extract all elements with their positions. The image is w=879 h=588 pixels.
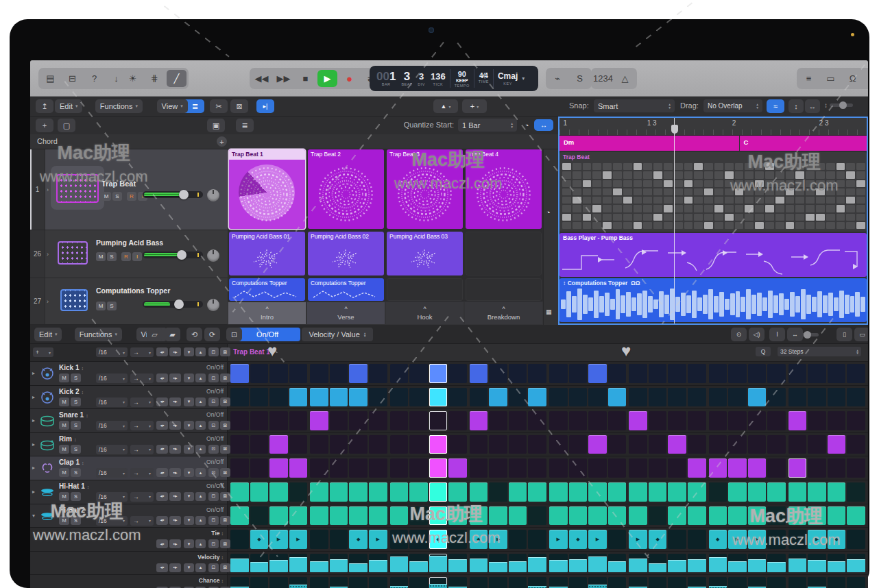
nudge-left-button[interactable]: ◂▪ [156, 516, 168, 525]
step-cell[interactable] [748, 388, 767, 407]
step-cell[interactable] [310, 506, 328, 526]
octave-up-button[interactable]: ▴ [195, 492, 206, 501]
pan-knob[interactable] [207, 189, 219, 201]
step-cell[interactable]: ▶ [808, 530, 826, 549]
chance-bar[interactable] [289, 585, 308, 588]
topper-region[interactable]: ↕ Computations Topper ΩΩ [559, 278, 867, 322]
step-cell[interactable] [549, 554, 568, 573]
step-cell[interactable] [728, 435, 747, 454]
row-s-button[interactable]: S [71, 397, 81, 406]
step-cell[interactable] [390, 530, 409, 549]
step-cell[interactable] [369, 577, 387, 588]
lcd-display[interactable]: 001 BAR 3BEAT 3DIV 136TICK 90 KEEP TEMPO [370, 66, 538, 91]
row-header[interactable]: ▸Hi-Hat 1↕On/OffMS/16▾→▾◂▪▪▸▾▴⊡⊠ [30, 480, 228, 504]
track-disclosure-icon[interactable]: › [47, 251, 49, 258]
step-cell[interactable] [767, 458, 786, 478]
step-cell[interactable] [409, 482, 428, 502]
octave-up-button[interactable]: ▴ [195, 347, 206, 356]
step-cell[interactable] [409, 411, 428, 430]
step-cell[interactable] [808, 388, 826, 407]
step-cell[interactable] [828, 506, 846, 526]
step-cell[interactable] [269, 458, 288, 478]
step-cell[interactable] [668, 554, 686, 573]
forward-button[interactable]: ▶▶ [274, 70, 293, 87]
step-cell[interactable] [289, 506, 308, 526]
panel-toggle-icon[interactable]: ▣ [207, 119, 225, 132]
row-m-button[interactable]: M [59, 373, 69, 382]
step-cell[interactable] [409, 458, 428, 478]
row-header[interactable]: ▸Kick 2↕On/OffMS/16▾→▾◂▪▪▸▾▴⊡⊠ [30, 386, 228, 409]
row-header[interactable]: ▾Hi-Hat 2↕On/OffMS/16▾→▾◂▪▪▸▾▴⊡⊠ [30, 504, 228, 528]
step-cell[interactable] [569, 388, 588, 407]
step-cell[interactable] [748, 435, 767, 454]
nudge-left-button[interactable]: ◂▪ [156, 563, 168, 572]
step-cell[interactable] [250, 554, 269, 573]
clear-button[interactable]: ⊠ [220, 516, 230, 525]
step-cell[interactable] [310, 388, 328, 407]
smart-controls-icon[interactable]: ☀ [123, 70, 143, 87]
step-cell[interactable] [728, 506, 747, 526]
step-cell[interactable] [230, 482, 249, 502]
loop-cell-trap-beat-1[interactable]: Trap Beat 1 [229, 149, 305, 229]
header-config-icon[interactable]: ≣ [236, 119, 254, 132]
step-cell[interactable] [390, 435, 409, 454]
row-disclosure-icon[interactable]: ▸ [32, 417, 35, 424]
step-cell[interactable] [608, 577, 627, 588]
clear-button[interactable]: ⊠ [220, 468, 230, 477]
large-view-icon[interactable]: ▭ [854, 328, 868, 341]
step-cell[interactable] [330, 388, 348, 407]
step-cell[interactable] [847, 506, 865, 526]
mixer-faders-icon[interactable]: ⋕ [145, 70, 165, 87]
velocity-bar[interactable] [448, 559, 467, 572]
clear-button[interactable]: ⊠ [220, 397, 230, 406]
octave-down-button[interactable]: ▾ [184, 492, 194, 501]
nudge-left-button[interactable]: ◂▪ [156, 468, 168, 477]
copy-pattern-icon[interactable]: ▱ [147, 328, 162, 341]
step-cell[interactable] [569, 482, 588, 502]
tab-on-off[interactable]: On/Off [234, 328, 300, 341]
step-cell[interactable] [788, 458, 807, 478]
step-cell[interactable] [649, 435, 667, 454]
row-header[interactable]: Tie↕◂▪▪▸▾▴⊡⊠ [30, 528, 228, 551]
scene-trigger-breakdown[interactable]: ^Breakdown [465, 302, 542, 324]
step-cell[interactable] [847, 577, 865, 588]
step-cell[interactable] [688, 506, 706, 526]
step-cell[interactable] [608, 364, 627, 383]
track-disclosure-icon[interactable]: › [47, 298, 49, 305]
step-cell[interactable] [728, 388, 747, 407]
step-cell[interactable] [569, 411, 588, 430]
loop-cell-pumping-acid-bass-02[interactable]: Pumping Acid Bass 02 [308, 232, 384, 275]
step-cell[interactable] [569, 577, 588, 588]
step-cell[interactable] [310, 554, 328, 573]
velocity-bar[interactable] [788, 559, 807, 573]
step-cell[interactable] [470, 506, 488, 526]
step-cell[interactable] [649, 482, 667, 502]
octave-down-button[interactable]: ▾ [184, 373, 194, 382]
step-cell[interactable] [808, 411, 826, 430]
step-cell[interactable] [509, 530, 527, 549]
step-cell[interactable] [448, 554, 467, 573]
drag-dropdown[interactable]: No Overlap▴▾ [703, 99, 762, 112]
clear-button[interactable]: ⊠ [220, 492, 230, 501]
chord-region-c[interactable]: C [740, 136, 867, 151]
octave-up-button[interactable]: ▴ [195, 516, 206, 525]
nudge-left-button[interactable]: ◂▪ [156, 492, 168, 501]
row-name[interactable]: Clap 1↕ [59, 458, 84, 466]
row-name[interactable]: Kick 2↕ [59, 388, 84, 395]
step-cell[interactable] [330, 435, 348, 454]
step-cell[interactable] [349, 458, 368, 478]
step-cell[interactable] [688, 554, 706, 573]
step-cell[interactable] [748, 554, 767, 573]
step-cell[interactable] [588, 482, 607, 502]
randomize-button[interactable]: ⊡ [208, 397, 219, 406]
step-cell[interactable] [668, 530, 686, 549]
step-cell[interactable] [808, 554, 826, 573]
step-cell[interactable] [608, 554, 627, 573]
vertical-auto-zoom-icon[interactable]: ↕ [788, 99, 804, 113]
step-cell[interactable]: ◆ [709, 530, 727, 549]
step-cell[interactable] [588, 364, 607, 383]
step-cell[interactable] [470, 435, 488, 454]
randomize-button[interactable]: ⊡ [208, 468, 219, 477]
step-cell[interactable] [767, 577, 786, 588]
nudge-left-button[interactable]: ◂▪ [156, 445, 168, 454]
